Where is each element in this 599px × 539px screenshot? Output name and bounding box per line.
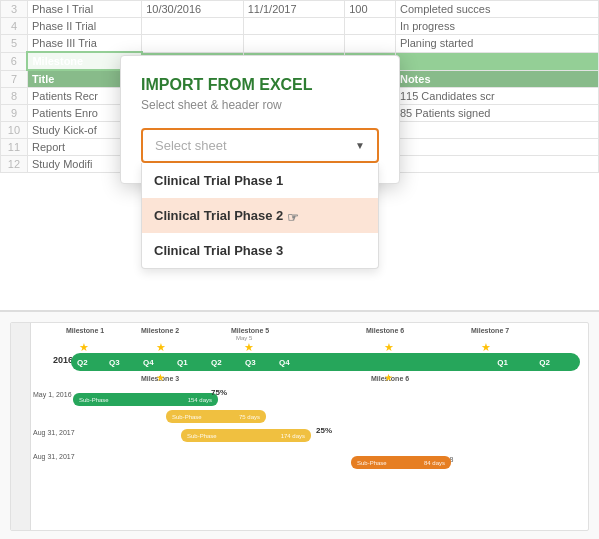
phase1-duration: 154 days [188,397,212,403]
milestone-6-bottom-star: ★ [384,372,393,383]
modal-title: IMPORT FROM EXCEL [141,76,379,94]
dropdown-option-1[interactable]: Clinical Trial Phase 2 ☞ [142,198,378,233]
phase3-bar: Sub-Phase 174 days [181,429,311,442]
milestone-2-label: Milestone 2 [141,327,179,334]
progress-75: 75% [211,388,227,397]
import-modal: IMPORT FROM EXCEL Select sheet & header … [120,55,400,184]
dropdown-option-2[interactable]: Clinical Trial Phase 3 [142,233,378,268]
q2-2018: Q2 [539,358,550,367]
gantt-chart: Milestone 1 Milestone 2 Milestone 5 May … [10,322,589,531]
phase2-bar: Sub-Phase 75 days [166,410,266,423]
phase2-bar-label: Sub-Phase [172,414,202,420]
milestone-5-label: Milestone 5 [231,327,269,334]
gantt-section: Milestone 1 Milestone 2 Milestone 5 May … [0,310,599,539]
phase4-duration: 84 days [424,460,445,466]
dropdown-arrow-icon: ▼ [355,140,365,151]
sheet-select-container[interactable]: Select sheet ▼ Clinical Trial Phase 1Cli… [141,128,379,163]
sheet-select-box[interactable]: Select sheet ▼ [141,128,379,163]
phase3-duration: 174 days [281,433,305,439]
year-2016: 2016 [53,355,73,365]
select-placeholder: Select sheet [155,138,227,153]
dropdown-list: Clinical Trial Phase 1Clinical Trial Pha… [141,163,379,269]
phase1-bar-label: Sub-Phase [79,397,109,403]
phase1-bar: Sub-Phase 154 days [73,393,218,406]
phase4-bar-label: Sub-Phase [357,460,387,466]
milestone-7-label: Milestone 7 [471,327,509,334]
timeline-bar: Q2 Q3 Q4 Q1 Q2 Q3 Q4 Q1 Q2 [71,353,580,371]
milestone-1-label: Milestone 1 [66,327,104,334]
q4-2016: Q4 [143,358,154,367]
milestone-3-star: ★ [156,372,165,383]
q2-2017: Q2 [211,358,222,367]
q3-2017: Q3 [245,358,256,367]
milestone-6-top-label: Milestone 6 [366,327,404,334]
progress-25: 25% [316,426,332,435]
modal-subtitle: Select sheet & header row [141,98,379,112]
phase3-label: Aug 31, 2017 [33,429,75,436]
q3-2016: Q3 [109,358,120,367]
gantt-row-labels [11,323,31,530]
q4-2017: Q4 [279,358,290,367]
q1-2018: Q1 [497,358,508,367]
dropdown-option-0[interactable]: Clinical Trial Phase 1 [142,163,378,198]
phase1-start-date: May 1, 2016 [33,391,72,398]
phase2-duration: 75 days [239,414,260,420]
q2-2016: Q2 [77,358,88,367]
phase3-bar-label: Sub-Phase [187,433,217,439]
q1-2017: Q1 [177,358,188,367]
phase4-bar: Sub-Phase 84 days [351,456,451,469]
phase4-start-date: Aug 31, 2017 [33,453,75,460]
